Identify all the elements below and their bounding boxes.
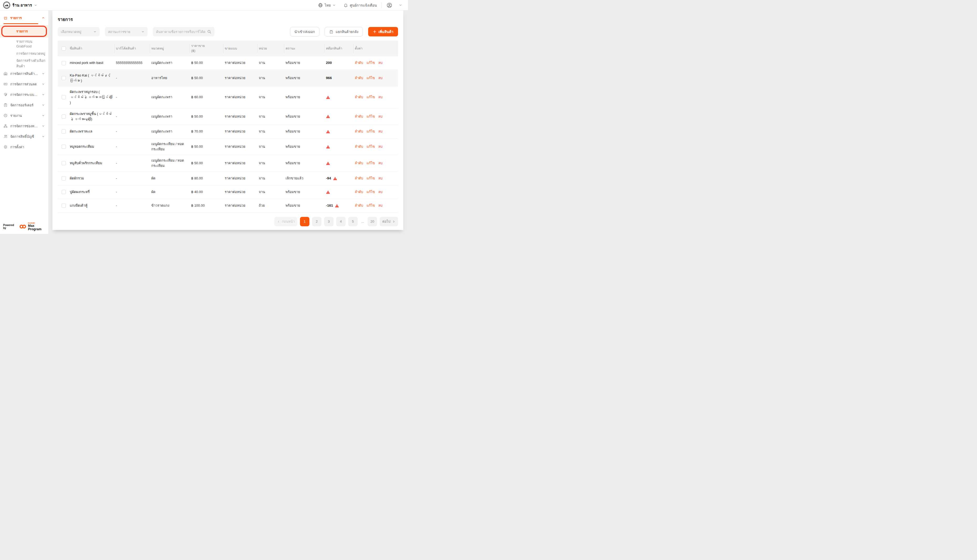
chevron-left-icon — [277, 220, 280, 223]
product-sale-type: ราคาต่อหน่วย — [225, 189, 259, 195]
search-input[interactable] — [156, 30, 206, 34]
product-stock: -161 — [326, 203, 355, 208]
category-filter-dropdown[interactable]: เลือกหมวดหมู่ — [58, 27, 100, 37]
sidebar-subitem-2[interactable]: การจัดการหมวดหมู่ — [0, 48, 48, 58]
delete-action-link[interactable]: ลบ — [378, 203, 383, 208]
product-category: เมนูผัดกระเทียม / ทอดกระเทียม — [151, 142, 191, 152]
pagination-next-button[interactable]: ต่อไป — [380, 217, 398, 226]
sort-action-link[interactable]: ลำดับ — [355, 203, 363, 208]
chevron-down-icon — [42, 135, 45, 138]
store-name[interactable]: ร้าน อาหาร — [12, 2, 32, 8]
sidebar-item-4[interactable]: จัดการออร์เดอร์ — [0, 100, 48, 110]
product-status: พร้อมขาย — [286, 203, 326, 208]
divider — [381, 2, 382, 8]
delete-action-link[interactable]: ลบ — [378, 176, 383, 181]
sort-action-link[interactable]: ลำดับ — [355, 144, 363, 149]
sidebar-item-6[interactable]: การจัดการช่องทาง Gr... — [0, 121, 48, 131]
row-checkbox[interactable] — [62, 161, 66, 165]
pagination-page-2[interactable]: 2 — [312, 217, 321, 226]
product-category: เมนูผัดกะเพรา — [151, 95, 191, 100]
delete-action-link[interactable]: ลบ — [378, 160, 383, 166]
product-price: ฿ 50.00 — [191, 75, 225, 81]
chevron-down-icon[interactable] — [399, 3, 402, 7]
product-barcode: - — [116, 144, 151, 149]
edit-action-link[interactable]: แก้ไข — [366, 95, 375, 100]
sort-action-link[interactable]: ลำดับ — [355, 189, 363, 195]
product-barcode: - — [116, 95, 151, 100]
row-checkbox[interactable] — [62, 129, 66, 133]
delete-action-link[interactable]: ลบ — [378, 75, 383, 81]
sidebar-item-1[interactable]: การจัดการสินค้าในสต๊... — [0, 68, 48, 79]
sidebar-item-3[interactable]: การจัดการระบบสมาชิก — [0, 89, 48, 100]
sort-action-link[interactable]: ลำดับ — [355, 129, 363, 134]
edit-action-link[interactable]: แก้ไข — [366, 160, 375, 166]
row-checkbox[interactable] — [62, 115, 66, 118]
notification-center[interactable]: ศูนย์การแจ้งเตือน — [343, 2, 377, 8]
table-row: ผัดกระเพราหมูชิ้น (ပင်စိမ်းနဲ့ ဝက်သားမွှ… — [58, 108, 398, 125]
language-switcher[interactable]: ไทย — [318, 2, 336, 8]
edit-action-link[interactable]: แก้ไข — [366, 114, 375, 119]
pagination-page-1[interactable]: 1 — [300, 217, 309, 226]
delete-action-link[interactable]: ลบ — [378, 189, 383, 195]
chevron-down-icon — [42, 72, 45, 75]
delete-action-link[interactable]: ลบ — [378, 114, 383, 119]
product-barcode: 55555555555555 — [116, 60, 151, 65]
edit-action-link[interactable]: แก้ไข — [366, 203, 375, 208]
sort-action-link[interactable]: ลำดับ — [355, 60, 363, 65]
row-checkbox[interactable] — [62, 145, 66, 149]
sidebar-item-7[interactable]: จัดการสิทธิ์บัญชี — [0, 131, 48, 142]
pagination-page-4[interactable]: 4 — [336, 217, 346, 226]
delete-action-link[interactable]: ลบ — [378, 144, 383, 149]
pagination-page-20[interactable]: 20 — [368, 217, 377, 226]
split-product-button[interactable]: แยกสินค้ายกลัง — [325, 27, 363, 37]
row-checkbox[interactable] — [62, 203, 66, 208]
select-all-checkbox[interactable] — [62, 47, 66, 50]
sidebar-item-8[interactable]: การตั้งค่า — [0, 142, 48, 152]
delete-action-link[interactable]: ลบ — [378, 95, 383, 100]
row-checkbox[interactable] — [62, 61, 66, 65]
row-checkbox[interactable] — [62, 95, 66, 99]
edit-action-link[interactable]: แก้ไข — [366, 189, 375, 195]
edit-action-link[interactable]: แก้ไข — [366, 144, 375, 149]
pagination-prev-button[interactable]: ก่อนหน้า — [274, 217, 297, 226]
edit-action-link[interactable]: แก้ไข — [366, 75, 375, 81]
row-checkbox[interactable] — [62, 176, 66, 180]
sort-action-link[interactable]: ลำดับ — [355, 176, 363, 181]
stock-warning-icon — [326, 190, 330, 194]
topbar: ร้าน อาหาร ไทย ศูนย์การแจ้งเตือน — [0, 0, 408, 10]
delete-action-link[interactable]: ลบ — [378, 60, 383, 65]
row-actions: ลำดับแก้ไขลบ — [355, 203, 398, 208]
product-stock — [326, 95, 355, 99]
sort-action-link[interactable]: ลำดับ — [355, 75, 363, 81]
product-sale-type: ราคาต่อหน่วย — [225, 95, 259, 100]
sort-action-link[interactable]: ลำดับ — [355, 95, 363, 100]
sort-action-link[interactable]: ลำดับ — [355, 160, 363, 166]
edit-action-link[interactable]: แก้ไข — [366, 60, 375, 65]
add-product-button[interactable]: เพิ่มสินค้า — [368, 27, 398, 37]
sidebar-item-0[interactable]: รายการ — [0, 13, 48, 23]
product-name: หมูทอดกระเทียม — [70, 144, 116, 149]
pagination-page-3[interactable]: 3 — [324, 217, 333, 226]
delete-action-link[interactable]: ลบ — [378, 129, 383, 134]
sidebar-item-2[interactable]: การจัดการส่วนลด — [0, 79, 48, 89]
account-menu[interactable] — [386, 2, 402, 8]
sidebar-item-label: การจัดการสินค้าในสต๊... — [10, 71, 39, 77]
sale-status-filter-dropdown[interactable]: สถานะการขาย — [105, 27, 147, 37]
chevron-down-icon — [42, 93, 45, 96]
sort-action-link[interactable]: ลำดับ — [355, 114, 363, 119]
sidebar-item-label: การตั้งค่า — [10, 144, 45, 150]
chevron-down-icon[interactable] — [34, 4, 37, 7]
pagination-page-5[interactable]: 5 — [348, 217, 358, 226]
row-checkbox[interactable] — [62, 76, 66, 80]
sidebar-subitem-1[interactable]: รายการบน GrabFood — [0, 38, 48, 48]
edit-action-link[interactable]: แก้ไข — [366, 176, 375, 181]
sidebar-subitem-3[interactable]: จัดการสร้างตัวเลือกสินค้า — [0, 58, 48, 68]
import-export-button[interactable]: นำเข้า/ส่งออก — [290, 27, 320, 37]
sidebar-item-5[interactable]: รายงาน — [0, 110, 48, 121]
search-box[interactable] — [153, 27, 214, 37]
row-checkbox[interactable] — [62, 190, 66, 194]
search-icon[interactable] — [207, 30, 211, 34]
sidebar-subitem-active[interactable]: รายการ — [0, 25, 48, 37]
edit-action-link[interactable]: แก้ไข — [366, 129, 375, 134]
product-unit: จาน — [259, 75, 286, 81]
